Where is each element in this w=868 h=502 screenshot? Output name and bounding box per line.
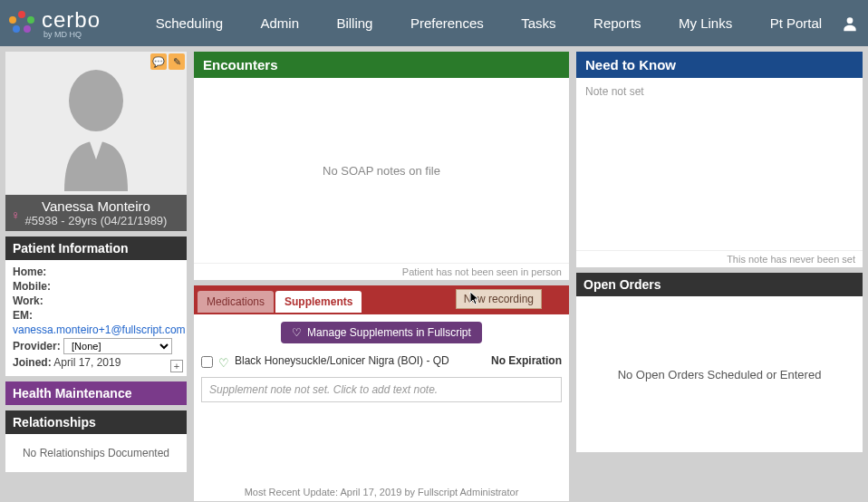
patient-info-header: Patient Information — [5, 237, 187, 260]
expand-icon[interactable]: + — [170, 360, 183, 372]
edit-icon[interactable]: ✎ — [169, 53, 185, 70]
encounters-header: Encounters — [194, 52, 569, 78]
meds-supplements-panel: Medications Supplements New recording ♡ … — [194, 285, 569, 501]
relationships-panel: Relationships No Relationships Documente… — [5, 410, 187, 472]
open-orders-empty: No Open Orders Scheduled or Entered — [576, 296, 863, 452]
supplement-leaf-icon: ♡ — [218, 356, 229, 370]
nav-scheduling[interactable]: Scheduling — [149, 12, 230, 34]
supplement-name[interactable]: Black Honeysuckle/Lonicer Nigra (BOI) - … — [235, 354, 486, 367]
svg-point-0 — [847, 17, 854, 24]
encounters-empty: No SOAP notes on file — [194, 78, 569, 263]
supplement-expiry: No Expiration — [491, 354, 562, 367]
patient-id: #5938 — [25, 214, 58, 227]
nav-preferences[interactable]: Preferences — [403, 12, 491, 34]
avatar-placeholder-icon — [46, 55, 146, 191]
need-to-know-panel: Need to Know Note not set This note has … — [576, 52, 863, 267]
nav-billing[interactable]: Billing — [329, 12, 380, 34]
brand-icon — [9, 11, 34, 36]
nav-admin[interactable]: Admin — [253, 12, 306, 34]
open-orders-header: Open Orders — [576, 273, 863, 296]
brand-logo[interactable]: cerbo by MD HQ — [9, 7, 101, 39]
meds-footer: Most Recent Update: April 17, 2019 by Fu… — [194, 483, 569, 501]
encounters-footer: Patient has not been seen in person — [194, 263, 569, 280]
work-label: Work: — [13, 294, 43, 307]
ntk-header: Need to Know — [576, 52, 863, 78]
brand-name: cerbo — [42, 7, 101, 32]
joined-value: April 17, 2019 — [53, 356, 121, 369]
health-maintenance-panel: Health Maintenance — [5, 381, 187, 405]
patient-age: 29yrs — [68, 214, 97, 227]
meds-tabs: Medications Supplements New recording — [194, 285, 569, 314]
provider-label: Provider: — [13, 340, 61, 352]
patient-avatar-wrap: 💬 ✎ — [5, 52, 187, 195]
nav-menu: Scheduling Admin Billing Preferences Tas… — [128, 12, 841, 34]
nav-ptportal[interactable]: Pt Portal — [763, 12, 830, 34]
top-nav: cerbo by MD HQ Scheduling Admin Billing … — [0, 0, 868, 46]
relationships-header: Relationships — [5, 410, 187, 434]
relationships-empty: No Relationships Documented — [5, 434, 187, 472]
nav-mylinks[interactable]: My Links — [671, 12, 739, 34]
provider-select[interactable]: [None] — [63, 338, 172, 354]
encounters-panel: Encounters No SOAP notes on file Patient… — [194, 52, 569, 280]
chat-icon[interactable]: 💬 — [150, 53, 167, 70]
home-label: Home: — [13, 265, 46, 278]
patient-name: Vanessa Monteiro — [9, 198, 183, 214]
manage-fullscript-button[interactable]: ♡ Manage Supplements in Fullscript — [281, 322, 482, 343]
svg-point-1 — [69, 70, 123, 131]
patient-info-panel: Patient Information Home: Mobile: Work: … — [5, 237, 187, 376]
tab-medications[interactable]: Medications — [198, 291, 274, 313]
manage-fullscript-label: Manage Supplements in Fullscript — [307, 326, 471, 339]
patient-dob: (04/21/1989) — [101, 214, 168, 227]
new-recording-badge[interactable]: New recording — [456, 289, 542, 309]
user-menu-icon[interactable] — [841, 14, 859, 33]
mobile-label: Mobile: — [13, 280, 51, 293]
joined-label: Joined: — [13, 356, 52, 369]
em-label: EM: — [13, 309, 33, 322]
supplement-row: ♡ Black Honeysuckle/Lonicer Nigra (BOI) … — [201, 351, 562, 373]
patient-card: 💬 ✎ ♀ Vanessa Monteiro #5938 - 29yrs (04… — [5, 52, 187, 231]
health-maintenance-header[interactable]: Health Maintenance — [5, 381, 187, 405]
new-recording-label: New recording — [464, 293, 534, 305]
tab-supplements[interactable]: Supplements — [275, 291, 362, 313]
supplement-checkbox[interactable] — [201, 356, 213, 368]
nav-tasks[interactable]: Tasks — [514, 12, 563, 34]
patient-email-link[interactable]: vanessa.monteiro+1@fullscript.com — [13, 323, 186, 336]
gender-female-icon: ♀ — [11, 208, 21, 222]
nav-reports[interactable]: Reports — [586, 12, 649, 34]
ntk-footer: This note has never been set — [576, 250, 863, 267]
open-orders-panel: Open Orders No Open Orders Scheduled or … — [576, 273, 863, 452]
patient-name-bar: ♀ Vanessa Monteiro #5938 - 29yrs (04/21/… — [5, 195, 187, 231]
ntk-empty[interactable]: Note not set — [576, 78, 863, 250]
supplement-note-input[interactable]: Supplement note not set. Click to add te… — [201, 377, 562, 402]
fullscript-icon: ♡ — [292, 326, 302, 339]
patient-meta: #5938 - 29yrs (04/21/1989) — [9, 214, 183, 227]
